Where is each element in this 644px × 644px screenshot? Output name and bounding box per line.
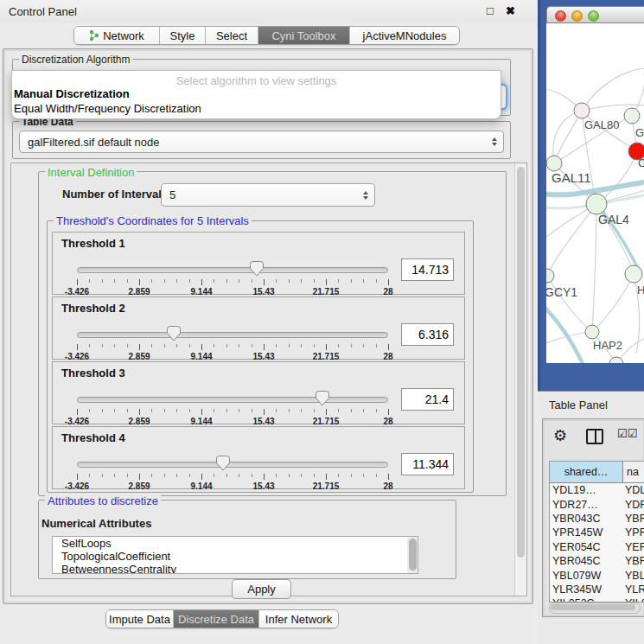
close-traffic-light-icon[interactable]	[555, 10, 566, 22]
cell-shared-name: YDL19…	[550, 484, 625, 496]
table-data-combobox[interactable]: galFiltered.sif default node	[19, 131, 504, 153]
tick-mark	[176, 279, 177, 283]
threshold-value-field[interactable]	[401, 453, 454, 475]
tick-label: 21.715	[313, 287, 340, 296]
tick-mark	[77, 474, 78, 480]
tab-cyni-toolbox[interactable]: Cyni Toolbox	[258, 27, 350, 44]
tick-mark	[139, 344, 140, 350]
tick-mark	[151, 409, 152, 412]
slider-thumb[interactable]	[250, 261, 264, 277]
numerical-attributes-list[interactable]: SelfLoopsTopologicalCoefficientBetweenne…	[52, 536, 418, 574]
tick-mark	[326, 409, 327, 415]
gear-icon[interactable]: ⚙	[553, 426, 567, 444]
tick-label: -3.426	[65, 352, 89, 361]
list-item[interactable]: SelfLoops	[53, 537, 418, 550]
slider-track[interactable]	[77, 267, 388, 273]
threshold-value-field[interactable]	[401, 323, 454, 346]
list-item[interactable]: BetweennessCentrality	[53, 563, 418, 574]
tick-mark	[214, 344, 214, 348]
tab-network[interactable]: Network	[74, 27, 160, 44]
table-row[interactable]: YBL079WYBL0	[550, 568, 644, 582]
table-row[interactable]: YIL052CYIL0	[550, 596, 644, 603]
list-item[interactable]: TopologicalCoefficient	[53, 550, 418, 563]
tick-mark	[289, 344, 290, 348]
vertical-scrollbar-thumb[interactable]	[517, 167, 525, 558]
tick-mark	[226, 474, 227, 477]
apply-button[interactable]: Apply	[232, 579, 291, 599]
table-row[interactable]: YLR345WYLR3	[550, 583, 644, 596]
tick-label: 9.144	[190, 352, 212, 361]
tab-style[interactable]: Style	[160, 27, 206, 44]
tick-mark	[239, 279, 239, 283]
network-node-label: GAL80	[584, 118, 619, 131]
network-node[interactable]	[625, 265, 642, 283]
tab-jactivemnodules[interactable]: jActiveMNodules	[350, 27, 459, 44]
tick-mark	[289, 279, 290, 283]
dropdown-item-manual-discretization[interactable]: Manual Discretization	[14, 87, 130, 100]
network-graph[interactable]: GAL80GACGAL11GAL4HGCY1HAP2	[546, 23, 644, 363]
column-header-shared-name[interactable]: shared…	[550, 462, 623, 482]
column-header-name[interactable]: na	[623, 462, 644, 482]
columns-icon[interactable]	[586, 429, 603, 444]
table-row[interactable]: YDR27…YDR2	[550, 497, 644, 511]
tick-label: 2.859	[128, 352, 150, 361]
tab-discretize-data[interactable]: Discretize Data	[174, 610, 259, 628]
threshold-value-field[interactable]	[401, 258, 454, 281]
network-node[interactable]	[624, 108, 640, 124]
network-window-titlebar[interactable]	[546, 6, 644, 23]
tick-mark	[314, 279, 315, 283]
table-row[interactable]: YBR043CYBR0	[550, 512, 644, 526]
table-row[interactable]: YDL19…YDL1	[550, 483, 644, 497]
slider-thumb[interactable]	[167, 326, 181, 341]
tab-infer-network[interactable]: Infer Network	[259, 610, 338, 628]
checkboxes-icon[interactable]: ☑☑	[617, 427, 637, 440]
slider-track[interactable]	[77, 462, 388, 468]
tick-mark	[338, 344, 339, 348]
tick-mark	[388, 279, 389, 285]
network-node[interactable]	[585, 325, 599, 339]
float-window-icon[interactable]: □	[487, 4, 494, 17]
tick-mark	[89, 279, 90, 283]
slider-track[interactable]	[77, 397, 388, 403]
horizontal-scrollbar[interactable]	[549, 603, 641, 614]
network-node[interactable]	[574, 103, 590, 118]
close-icon[interactable]: ✖	[506, 4, 515, 17]
dropdown-item-equal-width-frequency[interactable]: Equal Width/Frequency Discretization	[14, 102, 201, 115]
slider-track[interactable]	[77, 332, 388, 338]
tick-mark	[326, 474, 327, 480]
cell-shared-name: YLR345W	[550, 583, 625, 596]
network-node[interactable]	[546, 269, 554, 283]
table-row[interactable]: YER054CYER0	[550, 540, 644, 554]
tab-discretize-data-label: Discretize Data	[178, 613, 254, 626]
threshold-value-field[interactable]	[401, 388, 454, 411]
network-node-label: GAL4	[598, 213, 629, 226]
tick-mark	[89, 344, 90, 348]
threshold-slider[interactable]: -3.4262.8599.14415.4321.71528	[77, 325, 388, 356]
threshold-slider[interactable]: -3.4262.8599.14415.4321.71528	[77, 390, 388, 421]
vertical-scrollbar[interactable]	[514, 163, 526, 596]
tab-select[interactable]: Select	[206, 27, 258, 44]
list-scrollbar[interactable]	[407, 537, 418, 573]
network-node[interactable]	[586, 194, 607, 214]
tick-label: 15.43	[252, 417, 274, 426]
number-of-intervals-combobox[interactable]: 5	[161, 183, 375, 207]
network-canvas[interactable]: GAL80GACGAL11GAL4HGCY1HAP2	[546, 23, 644, 363]
zoom-traffic-light-icon[interactable]	[588, 10, 599, 22]
network-node[interactable]	[546, 156, 562, 171]
minimize-traffic-light-icon[interactable]	[571, 10, 583, 22]
tick-mark	[201, 279, 202, 285]
slider-thumb[interactable]	[216, 456, 230, 471]
tab-impute-data[interactable]: Impute Data	[106, 610, 174, 628]
network-edge-teal	[546, 302, 585, 363]
tick-mark	[252, 344, 252, 348]
slider-thumb[interactable]	[316, 391, 329, 406]
top-tab-bar: Network Style Select Cyni Toolbox jActiv…	[73, 26, 460, 45]
table-row[interactable]: YBR045CYBR0	[550, 554, 644, 568]
cell-name: YLR3	[625, 583, 644, 596]
tick-label: 9.144	[190, 287, 212, 296]
list-scrollbar-thumb[interactable]	[409, 539, 417, 571]
horizontal-scrollbar-thumb[interactable]	[551, 604, 635, 610]
threshold-slider[interactable]: -3.4262.8599.14415.4321.71528	[77, 260, 388, 291]
table-row[interactable]: YPR145WYPR1	[550, 526, 644, 539]
threshold-slider[interactable]: -3.4262.8599.14415.4321.71528	[77, 455, 388, 486]
